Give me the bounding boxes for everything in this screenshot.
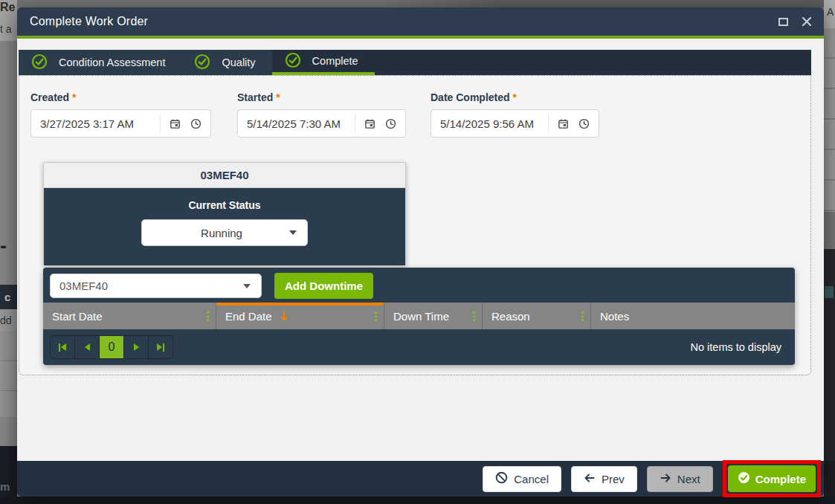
created-datetime-input[interactable]: 3/27/2025 3:17 AM <box>30 109 211 138</box>
column-title: Reason <box>491 310 530 323</box>
dialog-body: Condition Assessment Quality Complete <box>17 39 824 461</box>
pager-buttons: 0 <box>50 335 173 359</box>
cancel-button[interactable]: Cancel <box>483 466 561 492</box>
column-title: End Date <box>225 310 272 323</box>
pager-page-0[interactable]: 0 <box>99 335 124 359</box>
current-status-value: Running <box>142 227 289 239</box>
date-completed-datetime-input[interactable]: 5/14/2025 9:56 AM <box>431 109 599 138</box>
datetime-pickers <box>160 114 210 132</box>
label-text: Created <box>30 91 69 103</box>
screen: Re t a -k c dd m A Complete Work Order <box>0 0 835 504</box>
calendar-icon[interactable] <box>170 118 181 129</box>
calendar-icon[interactable] <box>558 118 569 129</box>
complete-button[interactable]: Complete <box>728 465 816 492</box>
tab-label: Quality <box>222 56 255 68</box>
pager-last-button[interactable] <box>148 335 173 359</box>
last-page-icon <box>157 343 162 351</box>
equipment-panel-title: 03MEF40 <box>44 163 405 188</box>
current-status-dropdown[interactable]: Running <box>141 219 308 246</box>
tabstrip-filler <box>375 50 811 75</box>
dialog-title: Complete Work Order <box>30 15 148 28</box>
tab-label: Complete <box>312 55 358 67</box>
date-completed-value[interactable]: 5/14/2025 9:56 AM <box>431 117 548 130</box>
started-value[interactable]: 5/14/2025 7:30 AM <box>238 117 355 130</box>
tab-complete[interactable]: Complete <box>272 50 375 75</box>
required-asterisk: * <box>512 91 516 103</box>
chevron-down-icon <box>243 284 251 288</box>
annotation-highlight-box: Complete <box>723 460 821 497</box>
button-label: Prev <box>602 473 625 485</box>
first-page-icon <box>61 343 66 351</box>
column-header-end-date[interactable]: End Date <box>216 303 384 329</box>
created-label: Created * <box>30 91 76 103</box>
column-header-notes[interactable]: Notes <box>591 303 795 329</box>
window-controls <box>778 16 812 27</box>
pager-prev-button[interactable] <box>74 335 100 359</box>
started-label: Started * <box>237 91 280 103</box>
downtime-grid-header: Start Date End Date Down Time <box>43 303 795 329</box>
column-title: Down Time <box>393 310 449 323</box>
wizard-tabstrip: Condition Assessment Quality Complete <box>19 50 811 75</box>
column-menu-icon[interactable] <box>581 311 584 322</box>
equipment-panel-body: Current Status Running <box>44 188 405 265</box>
arrow-left-icon <box>584 473 596 485</box>
column-menu-icon[interactable] <box>207 311 209 322</box>
required-asterisk: * <box>276 91 280 103</box>
required-asterisk: * <box>72 91 76 103</box>
check-circle-icon <box>194 54 210 72</box>
label-text: Started <box>237 91 273 103</box>
tab-content-complete: Created * 3/27/2025 3:17 AM S <box>19 75 811 375</box>
chevron-down-icon <box>289 230 297 235</box>
column-menu-icon[interactable] <box>375 311 377 322</box>
sort-descending-icon <box>280 311 288 321</box>
clock-icon[interactable] <box>578 118 590 129</box>
current-status-label: Current Status <box>188 199 260 211</box>
equipment-select-dropdown[interactable]: 03MEF40 <box>50 274 262 298</box>
started-datetime-input[interactable]: 5/14/2025 7:30 AM <box>237 109 406 138</box>
next-page-icon <box>134 343 139 351</box>
clock-icon[interactable] <box>385 118 396 129</box>
column-header-start-date[interactable]: Start Date <box>43 303 216 329</box>
downtime-grid-pager: 0 No items to display <box>43 329 795 365</box>
check-circle-icon <box>285 52 301 71</box>
first-page-icon <box>59 343 60 352</box>
column-menu-icon[interactable] <box>473 311 475 322</box>
arrow-right-icon <box>660 473 671 485</box>
prev-button[interactable]: Prev <box>571 466 637 492</box>
created-value[interactable]: 3/27/2025 3:17 AM <box>31 117 160 130</box>
date-completed-label: Date Completed * <box>431 91 517 103</box>
check-circle-icon <box>31 54 48 72</box>
pager-first-button[interactable] <box>50 335 75 359</box>
prev-page-icon <box>85 343 90 351</box>
dialog-titlebar: Complete Work Order <box>17 7 824 36</box>
column-title: Start Date <box>52 310 103 323</box>
equipment-select-value: 03MEF40 <box>51 280 243 292</box>
last-page-icon <box>163 343 164 352</box>
tab-quality[interactable]: Quality <box>181 50 271 75</box>
check-circle-icon <box>738 471 750 486</box>
equipment-status-panel: 03MEF40 Current Status Running <box>43 162 406 265</box>
clock-icon[interactable] <box>190 118 202 129</box>
datetime-pickers <box>548 114 599 132</box>
button-label: Complete <box>755 473 806 485</box>
close-icon[interactable] <box>802 16 812 27</box>
column-title: Notes <box>600 310 629 323</box>
label-text: Date Completed <box>431 91 510 103</box>
empty-grid-message: No items to display <box>691 341 782 353</box>
column-header-reason[interactable]: Reason <box>483 303 591 329</box>
dialog-footer: Cancel Prev Next Complete <box>17 461 824 497</box>
downtime-section: 03MEF40 Add Downtime Start Date End Date <box>43 268 795 365</box>
maximize-icon[interactable] <box>778 18 788 26</box>
datetime-pickers <box>355 114 405 132</box>
button-label: Cancel <box>514 473 549 485</box>
tab-condition-assessment[interactable]: Condition Assessment <box>19 50 181 75</box>
column-header-down-time[interactable]: Down Time <box>384 303 483 329</box>
pager-next-button[interactable] <box>123 335 149 359</box>
calendar-icon[interactable] <box>364 118 375 129</box>
button-label: Next <box>677 473 700 485</box>
tab-label: Condition Assessment <box>59 56 165 68</box>
add-downtime-button[interactable]: Add Downtime <box>274 273 373 299</box>
cancel-icon <box>495 471 508 486</box>
complete-work-order-dialog: Complete Work Order Condition Assessment <box>17 7 824 497</box>
next-button[interactable]: Next <box>647 466 713 492</box>
